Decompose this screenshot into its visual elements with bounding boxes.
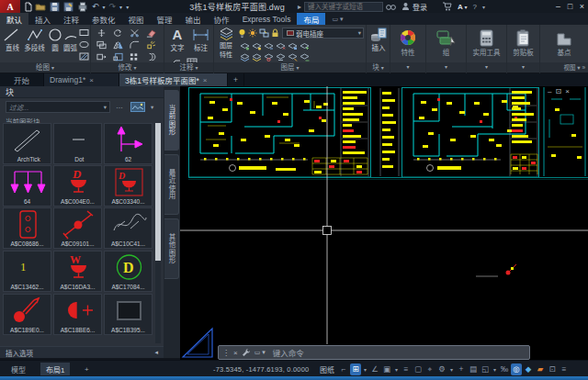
block-item[interactable]: A$C1B395... (104, 294, 153, 335)
isolate-objects-icon[interactable]: ◎ (511, 363, 522, 375)
palette-ellipsis-button[interactable]: … (116, 102, 123, 110)
viewport-restore-icon[interactable]: ⊡ (555, 87, 565, 95)
ribbon-tab-insert[interactable]: 插入 (28, 13, 57, 25)
object-snap-icon[interactable]: ▣ (381, 363, 392, 375)
close-icon[interactable]: × (89, 76, 94, 84)
panel-label-block[interactable]: 块 ▾ (367, 62, 390, 73)
polar-tracking-icon[interactable]: ∠ (369, 363, 380, 375)
panel-label-modify[interactable]: 修改 ▾ (91, 62, 164, 73)
layer-tool-4-icon[interactable] (276, 42, 286, 50)
new-drawing-tab-button[interactable]: + (228, 73, 244, 86)
layer-on-bulb-icon[interactable] (238, 28, 246, 38)
panel-utilities[interactable]: 实用工具 ▾ (467, 25, 507, 73)
block-item[interactable]: A$C10C41... (104, 207, 153, 249)
layer-tool-3-icon[interactable] (264, 42, 274, 50)
text-tool[interactable]: A 文字 (168, 27, 187, 52)
signin-person-icon[interactable] (401, 2, 410, 11)
help-icon[interactable]: ? (472, 3, 476, 11)
side-tab-other-drawing[interactable]: 其他图形 (164, 218, 179, 279)
trim-tool-icon[interactable] (130, 28, 140, 38)
close-button[interactable]: × (576, 2, 588, 11)
block-item[interactable]: A$C18BE6... (53, 294, 102, 335)
plot-icon[interactable] (77, 2, 88, 12)
layer-tool-9-icon[interactable] (264, 53, 274, 61)
layer-tool-1-icon[interactable] (240, 42, 250, 50)
mirror-tool-icon[interactable] (113, 40, 123, 50)
isodraft-icon[interactable]: ⌐ (338, 363, 349, 375)
file-tab-drawing1[interactable]: Drawing1*× (44, 73, 119, 86)
block-item[interactable]: 64 (3, 165, 51, 207)
layer-dropdown-caret-icon[interactable]: ▾ (356, 29, 361, 37)
block-item[interactable]: W A$C16DA3... (53, 251, 102, 292)
viewport-close-icon[interactable]: × (565, 87, 573, 95)
layer-tool-5-icon[interactable] (288, 42, 298, 50)
layer-tool-11-icon[interactable] (288, 53, 298, 61)
save-as-icon[interactable] (63, 2, 74, 12)
layer-tool-10-icon[interactable] (276, 53, 286, 61)
layer-tool-2-icon[interactable] (252, 42, 262, 50)
block-item[interactable]: D A$C17084... (104, 251, 153, 292)
model-tab[interactable]: 模型 (6, 363, 31, 375)
palette-scrollbar-thumb[interactable] (155, 123, 161, 261)
palette-filter-input[interactable]: 过滤...▾ (6, 101, 110, 113)
palette-image-caret-icon[interactable]: ▾ (149, 104, 153, 111)
maximize-button[interactable]: □ (564, 2, 576, 11)
block-item[interactable]: D A$C03340... (104, 165, 153, 207)
insert-block-tool[interactable]: 插入 (368, 27, 389, 52)
side-tab-current-drawing[interactable]: 当前图形 (164, 90, 179, 151)
redo-flyout-icon[interactable]: ▾ (119, 4, 122, 10)
side-tab-recent[interactable]: 最近使用 (164, 154, 179, 215)
command-prompt[interactable]: 键入命令 (273, 347, 304, 358)
dynamic-input-icon[interactable]: ⌖ (424, 363, 435, 375)
annotation-visibility-icon[interactable]: ▤ (468, 363, 479, 375)
object-snap-flyout-icon[interactable]: ▾ (393, 363, 400, 375)
close-icon[interactable]: × (203, 76, 208, 84)
layer-tool-6-icon[interactable] (300, 42, 310, 50)
file-tab-start[interactable]: 开始 (0, 73, 44, 86)
offset-tool-icon[interactable] (146, 52, 156, 61)
block-item[interactable]: A$C08686... (3, 207, 51, 249)
palette-image-button[interactable] (130, 102, 145, 112)
help-flyout-icon[interactable]: ▾ (482, 4, 485, 10)
rectangle-tool-icon[interactable] (79, 28, 89, 37)
ribbon-tab-layout[interactable]: 布局 (297, 13, 325, 25)
undo-flyout-icon[interactable]: ▾ (103, 4, 106, 10)
layer-freeze-sun-icon[interactable] (248, 28, 257, 38)
lineweight-icon[interactable]: ≡ (401, 363, 412, 375)
qat-customize-icon[interactable]: ▾ (126, 4, 129, 10)
customize-icon[interactable]: ≡ (559, 363, 570, 375)
panel-caret-view[interactable]: 视图 ▾ » (540, 62, 588, 73)
line-tool[interactable]: 直线 (3, 28, 22, 52)
ribbon-tab-manage[interactable]: 管理 (151, 13, 179, 25)
move-tool-icon[interactable] (96, 28, 107, 38)
insert-options-bar[interactable]: 插入选项◂ (0, 346, 164, 358)
block-item[interactable]: A$C189E0... (3, 294, 51, 335)
app-menu-button[interactable]: A (0, 0, 20, 13)
ribbon-tab-express-tools[interactable]: Express Tools (236, 13, 298, 25)
block-item[interactable]: 62 (104, 123, 153, 164)
explode-tool-icon[interactable] (146, 40, 156, 50)
redo-icon[interactable]: ↷ (109, 2, 117, 11)
recent-commands-icon[interactable]: ▭ ▾ (254, 349, 266, 356)
panel-caret[interactable]: ▾ (507, 62, 539, 73)
fullscreen-icon[interactable]: ⊡ (547, 363, 558, 375)
layout1-tab[interactable]: 布局1 (40, 363, 70, 375)
paper-space-toggle[interactable]: 图纸 (320, 364, 334, 374)
annotation-scale-flyout-icon[interactable]: ▾ (492, 363, 498, 375)
panel-label-annotate[interactable]: 注释 ▾ (164, 62, 213, 73)
workspace-icon[interactable]: ‰ (499, 363, 510, 375)
block-item[interactable]: A$C09101... (53, 207, 102, 249)
layer-lock-icon[interactable] (271, 28, 279, 38)
commandline-grip-icon[interactable]: ⋮ (222, 349, 230, 357)
ribbon-tab-annotate[interactable]: 注释 (57, 13, 85, 25)
stretch-tool-icon[interactable] (96, 52, 107, 61)
snap-icon[interactable]: ⊞ (350, 363, 361, 375)
panel-properties[interactable]: 特性 ▾ (390, 25, 426, 73)
circle-tool[interactable]: 圆 (48, 28, 62, 52)
ribbon-tab-output[interactable]: 输出 (179, 13, 208, 25)
block-item[interactable]: _Dot (53, 123, 102, 164)
block-item[interactable]: 1 A$C13462... (3, 251, 51, 292)
graphics-performance-icon[interactable]: ◆ (523, 363, 534, 375)
polyline-tool[interactable]: 多段线 (23, 28, 46, 52)
ribbon-tab-collaborate[interactable]: 协作 (208, 13, 236, 25)
